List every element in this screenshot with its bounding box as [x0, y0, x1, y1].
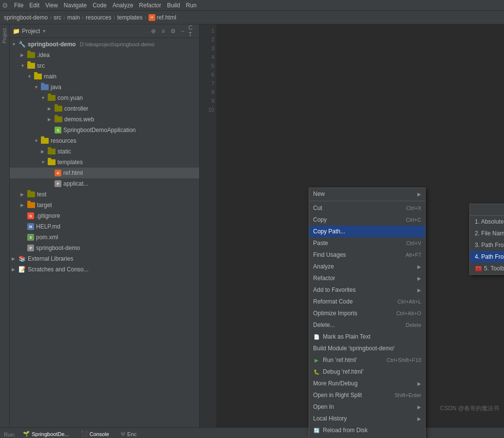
tree-arrow-controller: ▶ [48, 106, 55, 111]
tree-arrow-main: ▼ [27, 74, 34, 79]
encoder-tab-label: Enc [127, 431, 136, 437]
tree-item-test[interactable]: ▶ test [10, 189, 199, 200]
tree-label-main: main [44, 73, 56, 80]
panel-collapse-icon[interactable]: ≡ [159, 27, 167, 35]
menu-view[interactable]: View [42, 1, 61, 10]
ctx-optimize[interactable]: Optimize Imports Ctrl+Alt+O [309, 307, 425, 319]
tree-item-target[interactable]: ▶ target [10, 200, 199, 210]
breadcrumb-main[interactable]: main [67, 14, 80, 21]
menu-run[interactable]: Run [183, 1, 200, 10]
tree-item-sbdemo[interactable]: ▶ P springboot-demo [10, 243, 199, 253]
tree-item-root[interactable]: ▼ 🔧 springboot-demo D:\ideaproject\sprin… [10, 39, 199, 50]
ctx-openin-label: Open In [313, 403, 334, 410]
ctx-reload[interactable]: 🔄 Reload from Disk [309, 424, 425, 436]
ctx-paste[interactable]: Paste Ctrl+V [309, 237, 425, 249]
ctx-delete[interactable]: Delete... Delete [309, 319, 425, 331]
ctx-buildmodule[interactable]: Build Module 'springboot-demo' [309, 343, 425, 354]
tree-arrow-comyuan: ▼ [41, 95, 48, 100]
tree-item-templates[interactable]: ▼ templates [10, 157, 199, 168]
tree-item-springapp[interactable]: ▶ S SpringbootDemoApplication [10, 125, 199, 135]
line-num-7: 7 [200, 79, 214, 88]
ctx-morerun[interactable]: More Run/Debug ▶ [309, 378, 425, 389]
menu-code[interactable]: Code [90, 1, 110, 10]
tree-arrow-templates: ▼ [41, 160, 48, 165]
run-tab-springboot[interactable]: 🌱 SpringbootDe... [19, 430, 73, 438]
tree-item-controller[interactable]: ▶ controller [10, 103, 199, 114]
console-tab[interactable]: ⬛ Console [77, 430, 113, 438]
ctx-refactor-left: Refactor [313, 275, 335, 282]
tree-item-java[interactable]: ▼ java [10, 82, 199, 93]
ctx-analyze[interactable]: Analyze ▶ [309, 261, 425, 272]
submenu-item-5[interactable]: 🧰 5. Toolbox URL jetbrains://idea/naviga… [470, 263, 504, 274]
ctx-refactor[interactable]: Refactor ▶ [309, 272, 425, 284]
tree-item-scratches[interactable]: ▶ 📝 Scratches and Conso... [10, 264, 199, 275]
ctx-reformat-left: Reformat Code [313, 298, 353, 305]
menu-analyze[interactable]: Analyze [110, 1, 136, 10]
ctx-reformat-shortcut: Ctrl+Alt+L [397, 299, 421, 305]
tree-item-refhtml[interactable]: ▶ H ref.html [10, 168, 199, 178]
tree-item-static[interactable]: ▶ static [10, 146, 199, 157]
submenu-item-2[interactable]: 2. File Name ref.html [470, 228, 504, 239]
ctx-debug-label: Debug 'ref.html' [323, 368, 363, 375]
file-type-icon: H [149, 14, 155, 21]
ctx-reformat[interactable]: Reformat Code Ctrl+Alt+L [309, 296, 425, 307]
folder-icon-idea [27, 52, 35, 58]
tree-item-resources[interactable]: ▼ resources [10, 135, 199, 146]
panel-locate-icon[interactable]: ⊕ [149, 27, 157, 35]
project-strip-tab[interactable]: Project [1, 26, 8, 45]
ctx-new[interactable]: New ▶ [309, 188, 425, 200]
ctx-markplain[interactable]: 📄 Mark as Plain Text [309, 331, 425, 343]
submenu-label-1: 1. Absolute Path [475, 218, 504, 225]
breadcrumb-sep-4: › [113, 14, 115, 21]
breadcrumb-templates[interactable]: templates [117, 14, 143, 21]
ctx-delete-label: Delete... [313, 322, 335, 328]
menu-refactor[interactable]: Refactor [136, 1, 164, 10]
submenu-item-3[interactable]: 3. Path From Content Root src/main/resou… [470, 239, 504, 251]
submenu-label-4: 4. Path From Source Root [475, 253, 504, 260]
tree-item-main[interactable]: ▼ main [10, 71, 199, 82]
tree-item-idea[interactable]: ▶ .idea [10, 50, 199, 60]
menu-edit[interactable]: Edit [26, 1, 42, 10]
tree-item-gitignore[interactable]: ▶ G .gitignore [10, 210, 199, 221]
breadcrumb-project[interactable]: springboot-demo [4, 14, 48, 21]
ctx-copy[interactable]: Copy Ctrl+C [309, 214, 425, 226]
panel-settings-icon[interactable]: ⚙ [169, 27, 177, 35]
ctx-localhistory-arrow: ▶ [417, 416, 421, 421]
line-num-3: 3 [200, 44, 214, 53]
submenu-item-1[interactable]: 1. Absolute Path Ctrl+Shift+C D:\ideapro… [470, 216, 504, 228]
ctx-openright[interactable]: Open in Right Split Shift+Enter [309, 389, 425, 401]
panel-minimize-icon[interactable]: − [179, 27, 187, 35]
tree-item-comyuan[interactable]: ▼ com.yuan [10, 93, 199, 103]
ctx-copypath[interactable]: Copy Path... [309, 226, 425, 237]
ctx-morerun-arrow: ▶ [417, 381, 421, 386]
tree-label-extlibs: External Libraries [28, 255, 73, 262]
tree-item-helpmd[interactable]: ▶ M HELP.md [10, 221, 199, 232]
submenu-item-4[interactable]: 4. Path From Source Root templates/ref.h… [470, 251, 504, 263]
tree-item-extlibs[interactable]: ▶ 📚 External Libraries [10, 253, 199, 264]
breadcrumb-src[interactable]: src [54, 14, 61, 21]
menu-file[interactable]: File [11, 1, 26, 10]
tree-item-demos[interactable]: ▶ demos.web [10, 114, 199, 125]
tree-label-test: test [37, 191, 46, 198]
panel-dropdown-icon[interactable]: ▼ [42, 29, 46, 34]
tree-arrow-java: ▼ [34, 85, 41, 90]
encoder-tab[interactable]: Ψ Enc [117, 430, 140, 438]
ctx-cut[interactable]: Cut Ctrl+X [309, 202, 425, 214]
ctx-debug[interactable]: 🐛 Debug 'ref.html' [309, 366, 425, 378]
file-icon-sbdemo: P [27, 245, 34, 251]
menu-navigate[interactable]: Navigate [61, 1, 90, 10]
ctx-localhistory[interactable]: Local History ▶ [309, 413, 425, 424]
ctx-compare[interactable]: ⚡ Compare With... Ctrl+D [309, 436, 425, 438]
ctx-paste-shortcut: Ctrl+V [406, 240, 421, 246]
ctx-openin[interactable]: Open In ▶ [309, 401, 425, 413]
panel-tab-icon[interactable]: C T [188, 27, 196, 35]
breadcrumb-resources[interactable]: resources [86, 14, 112, 21]
ctx-run[interactable]: ▶ Run 'ref.html' Ctrl+Shift+F10 [309, 354, 425, 366]
ctx-addtofav[interactable]: Add to Favorites ▶ [309, 284, 425, 296]
ctx-findusages[interactable]: Find Usages Alt+F7 [309, 249, 425, 261]
tree-item-applicat[interactable]: ▶ P applicat... [10, 178, 199, 189]
menu-build[interactable]: Build [164, 1, 183, 10]
tree-item-src[interactable]: ▼ src [10, 60, 199, 71]
tree-item-pomxml[interactable]: ▶ X pom.xml [10, 232, 199, 243]
folder-icon-target [27, 202, 35, 208]
